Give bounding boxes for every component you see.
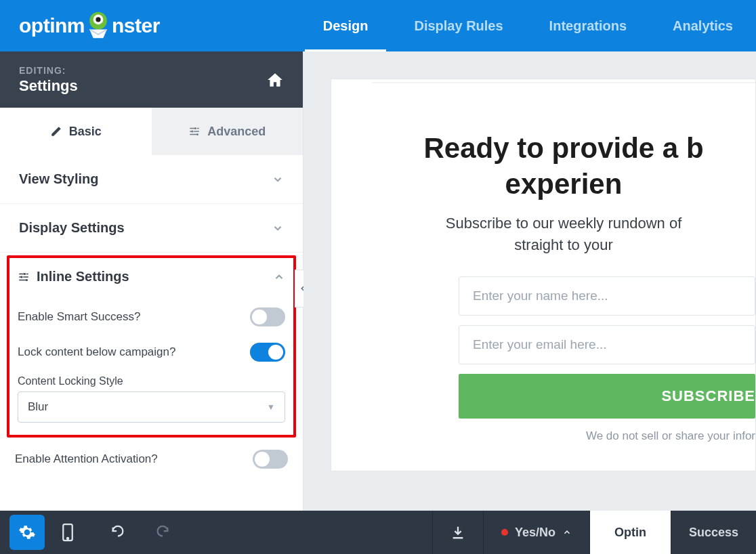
lock-content-toggle[interactable] (250, 343, 285, 362)
view-optin-label: Optin (614, 526, 646, 540)
section-display-settings-title: Display Settings (19, 220, 125, 236)
section-view-styling-title: View Styling (19, 171, 98, 187)
mascot-icon (83, 11, 113, 41)
undo-icon (110, 525, 125, 540)
chevron-down-icon (272, 222, 284, 234)
view-success[interactable]: Success (671, 511, 756, 554)
status-dot-icon (501, 529, 508, 536)
name-input[interactable]: Enter your name here... (459, 276, 755, 316)
field-lock-content: Lock content below campaign? (18, 335, 285, 370)
svg-point-5 (196, 133, 198, 135)
view-success-label: Success (689, 526, 738, 540)
chevron-down-icon (272, 173, 284, 186)
field-attention-activation: Enable Attention Activation? (0, 440, 303, 469)
nav-display-rules[interactable]: Display Rules (391, 0, 526, 51)
inline-settings-header[interactable]: Inline Settings (9, 258, 293, 294)
field-lock-style: Content Locking Style Blur ▼ (18, 370, 285, 423)
svg-point-7 (21, 276, 23, 278)
preview-sub2: straight to your (514, 236, 613, 253)
import-button[interactable] (432, 511, 483, 554)
bottom-views: Yes/No Optin Success (432, 511, 756, 554)
tab-advanced-label: Advanced (207, 125, 266, 139)
top-bar: optinm nster Design Display Rules Integr… (0, 0, 756, 51)
section-inline-settings: Inline Settings Enable Smart Success? Lo… (7, 255, 296, 438)
undo-button[interactable] (104, 519, 131, 546)
lock-style-value: Blur (28, 400, 48, 414)
inline-settings-title: Inline Settings (37, 269, 266, 284)
attention-activation-label: Enable Attention Activation? (15, 452, 158, 466)
svg-point-8 (26, 279, 28, 281)
sections: View Styling Display Settings Inline Set… (0, 155, 303, 511)
inline-settings-body: Enable Smart Success? Lock content below… (9, 294, 293, 435)
preview-card: Ready to provide a b experien Subscribe … (331, 79, 756, 471)
preview-subtitle: Subscribe to our weekly rundown of strai… (372, 213, 755, 256)
smart-success-label: Enable Smart Success? (18, 310, 140, 324)
subscribe-button[interactable]: SUBSCRIBE (459, 374, 755, 419)
sidebar: EDITING: Settings Basic Advanced View St… (0, 51, 303, 511)
editing-title: Settings (19, 77, 78, 95)
nav-design[interactable]: Design (300, 0, 392, 51)
preview-title-line2: experien (505, 168, 623, 200)
download-icon (450, 525, 465, 540)
lock-style-label: Content Locking Style (18, 370, 285, 387)
tab-basic[interactable]: Basic (0, 108, 152, 155)
redo-icon (155, 525, 170, 540)
preview-sub1: Subscribe to our weekly rundown of (446, 215, 682, 232)
nav-analytics[interactable]: Analytics (650, 0, 756, 51)
settings-button[interactable] (9, 515, 45, 550)
view-optin[interactable]: Optin (589, 511, 671, 554)
preview-title: Ready to provide a b experien (372, 131, 755, 202)
lock-style-select[interactable]: Blur ▼ (18, 391, 285, 423)
logo-text-post: nster (112, 14, 160, 37)
bottom-left-tools (0, 515, 81, 550)
gear-icon (18, 524, 36, 541)
chevron-up-icon (273, 271, 285, 283)
editing-label: EDITING: (19, 65, 78, 76)
tab-advanced[interactable]: Advanced (152, 108, 303, 155)
svg-point-10 (67, 538, 68, 539)
canvas: Ready to provide a b experien Subscribe … (303, 51, 756, 511)
logo: optinm nster (0, 11, 179, 41)
mobile-preview-button[interactable] (54, 519, 81, 546)
sidebar-header: EDITING: Settings (0, 51, 303, 108)
svg-point-3 (194, 127, 196, 129)
home-icon[interactable] (266, 71, 284, 89)
lock-content-label: Lock content below campaign? (18, 345, 175, 359)
logo-text-pre: optinm (19, 14, 85, 37)
nav-integrations[interactable]: Integrations (526, 0, 650, 51)
email-input[interactable]: Enter your email here... (459, 325, 755, 364)
top-nav: Design Display Rules Integrations Analyt… (300, 0, 756, 51)
main: EDITING: Settings Basic Advanced View St… (0, 51, 756, 511)
bottom-bar: Yes/No Optin Success (0, 511, 756, 554)
tab-basic-label: Basic (69, 125, 102, 139)
smart-success-toggle[interactable] (250, 307, 285, 326)
view-yesno[interactable]: Yes/No (483, 511, 589, 554)
mobile-icon (62, 523, 74, 542)
preview-disclaimer: We do not sell or share your infor (459, 429, 755, 443)
caret-down-icon: ▼ (267, 402, 275, 412)
section-display-settings[interactable]: Display Settings (0, 204, 303, 253)
preview-divider (372, 82, 755, 83)
field-smart-success: Enable Smart Success? (18, 299, 285, 335)
preview-form: Enter your name here... Enter your email… (459, 276, 755, 443)
chevron-up-icon (562, 528, 572, 537)
redo-button[interactable] (149, 519, 176, 546)
sliders-icon (18, 271, 30, 283)
subscribe-label: SUBSCRIBE (661, 387, 755, 405)
preview-title-line1: Ready to provide a b (423, 132, 703, 164)
svg-point-2 (96, 17, 100, 22)
section-view-styling[interactable]: View Styling (0, 155, 303, 204)
side-tabs: Basic Advanced (0, 108, 303, 155)
view-yesno-label: Yes/No (515, 526, 555, 540)
svg-point-4 (192, 131, 194, 133)
attention-activation-toggle[interactable] (253, 450, 288, 469)
svg-point-6 (24, 273, 26, 275)
history-controls (81, 519, 199, 546)
